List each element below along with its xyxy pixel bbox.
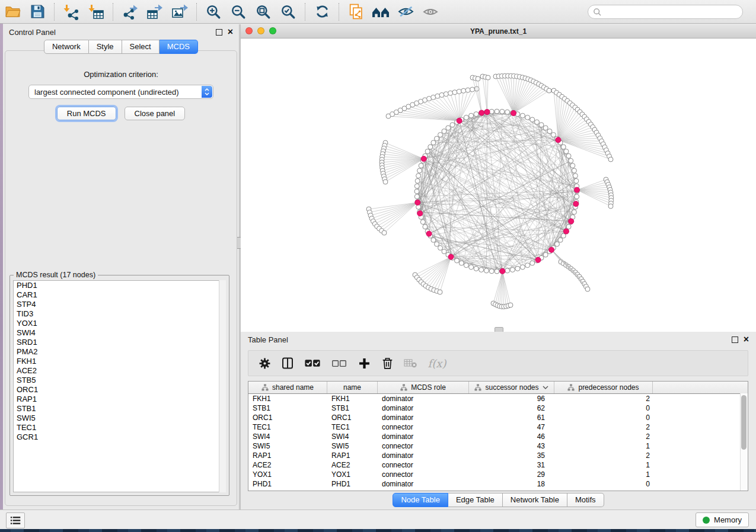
ring-node[interactable] <box>495 109 499 114</box>
leaf-node[interactable] <box>608 157 613 162</box>
dominator-node[interactable] <box>448 254 454 259</box>
export-network-button[interactable] <box>119 2 141 21</box>
table-row[interactable]: PHD1PHD1dominator180 <box>248 479 748 489</box>
table-mode-button[interactable] <box>256 354 273 372</box>
mcds-result-item[interactable]: PHD1 <box>14 281 218 290</box>
ring-node[interactable] <box>489 269 494 274</box>
import-network-button[interactable] <box>60 2 82 21</box>
leaf-node[interactable] <box>383 180 388 184</box>
network-canvas[interactable] <box>241 39 756 332</box>
mcds-result-item[interactable]: RAP1 <box>14 395 218 404</box>
tab-motifs[interactable]: Motifs <box>567 493 604 507</box>
mcds-result-item[interactable]: YOX1 <box>14 319 218 328</box>
tab-network-table[interactable]: Network Table <box>503 493 567 507</box>
select-all-button[interactable] <box>302 354 323 372</box>
leaf-node[interactable] <box>452 90 457 95</box>
ring-node[interactable] <box>479 267 484 272</box>
ring-node[interactable] <box>561 145 566 149</box>
task-history-button[interactable] <box>6 512 25 528</box>
duplicate-network-button[interactable] <box>345 2 366 21</box>
ring-node[interactable] <box>414 189 419 194</box>
mcds-list-scrollbar[interactable] <box>219 280 226 492</box>
table-row[interactable]: ACE2ACE2connector311 <box>248 460 748 470</box>
dominator-node[interactable] <box>479 110 484 116</box>
hide-selected-button[interactable] <box>395 2 416 21</box>
mcds-result-item[interactable]: ORC1 <box>14 385 218 395</box>
mcds-result-item[interactable]: SRD1 <box>14 338 218 347</box>
ring-node[interactable] <box>558 238 563 242</box>
ring-node[interactable] <box>442 249 446 254</box>
ring-node[interactable] <box>525 115 530 120</box>
ring-node[interactable] <box>425 149 430 154</box>
mcds-result-item[interactable]: ACE2 <box>14 366 218 376</box>
dominator-node[interactable] <box>484 109 490 114</box>
ring-node[interactable] <box>572 210 576 214</box>
close-panel-icon[interactable]: × <box>228 29 233 35</box>
leaf-node[interactable] <box>461 88 466 93</box>
tab-style[interactable]: Style <box>89 40 122 54</box>
leaf-node[interactable] <box>547 88 551 93</box>
search-input[interactable] <box>588 5 743 19</box>
mcds-result-list[interactable]: PHD1CAR1STP4TID3YOX1SWI4SRD1PMA2FKH1ACE2… <box>13 280 226 492</box>
tab-select[interactable]: Select <box>122 40 160 54</box>
zoom-selected-button[interactable] <box>277 2 299 21</box>
leaf-node[interactable] <box>470 87 475 92</box>
column-header-mcds-role[interactable]: MCDS role <box>378 382 469 393</box>
mcds-result-item[interactable]: TID3 <box>14 309 218 319</box>
import-table-button[interactable] <box>85 2 107 21</box>
mcds-result-item[interactable]: STP4 <box>14 300 218 309</box>
close-window-traffic-light[interactable] <box>245 27 253 34</box>
ring-node[interactable] <box>572 168 576 173</box>
maximize-window-traffic-light[interactable] <box>269 27 276 34</box>
ring-node[interactable] <box>569 158 573 163</box>
zoom-fit-button[interactable] <box>253 2 274 21</box>
column-header-name[interactable]: name <box>327 382 378 393</box>
ring-node[interactable] <box>414 194 419 199</box>
mcds-result-item[interactable]: CAR1 <box>14 290 218 300</box>
dominator-node[interactable] <box>511 110 516 116</box>
table-row[interactable]: TEC1TEC1connector472 <box>248 422 748 432</box>
ring-node[interactable] <box>543 126 548 130</box>
memory-button[interactable]: Memory <box>696 512 749 527</box>
ring-node[interactable] <box>520 113 525 118</box>
ring-node[interactable] <box>435 136 439 141</box>
table-row[interactable]: ORC1ORC1dominator610 <box>248 413 748 422</box>
ring-node[interactable] <box>575 194 579 199</box>
ring-node[interactable] <box>438 245 443 250</box>
column-header-successor-nodes[interactable]: successor nodes <box>469 382 554 393</box>
dominator-node[interactable] <box>569 219 574 224</box>
float-table-panel-icon[interactable] <box>732 336 738 343</box>
ring-node[interactable] <box>543 252 548 257</box>
ring-node[interactable] <box>420 220 425 225</box>
ring-node[interactable] <box>530 261 535 265</box>
ring-node[interactable] <box>500 109 505 114</box>
dominator-node[interactable] <box>421 156 426 161</box>
ring-node[interactable] <box>484 268 489 273</box>
close-table-panel-icon[interactable]: × <box>744 336 749 342</box>
ring-node[interactable] <box>423 225 428 229</box>
dominator-node[interactable] <box>556 137 561 143</box>
ring-node[interactable] <box>469 265 474 270</box>
ring-node[interactable] <box>415 178 420 183</box>
leaf-node[interactable] <box>382 230 387 235</box>
ring-node[interactable] <box>554 242 559 246</box>
delete-table-button[interactable] <box>401 354 419 372</box>
ring-node[interactable] <box>564 149 569 154</box>
mcds-result-item[interactable]: STB1 <box>14 404 218 414</box>
ring-node[interactable] <box>419 164 423 168</box>
leaf-node[interactable] <box>508 303 513 307</box>
float-panel-icon[interactable] <box>216 29 222 36</box>
function-builder-button[interactable]: f(x) <box>425 354 449 372</box>
dominator-node[interactable] <box>548 247 554 252</box>
ring-node[interactable] <box>570 164 575 168</box>
ring-node[interactable] <box>414 184 419 188</box>
leaf-node[interactable] <box>608 204 613 209</box>
table-scrollbar[interactable] <box>740 393 748 491</box>
ring-node[interactable] <box>510 267 515 272</box>
dominator-node[interactable] <box>535 257 541 262</box>
ring-node[interactable] <box>495 269 499 274</box>
ring-node[interactable] <box>535 120 540 124</box>
add-column-button[interactable] <box>355 354 373 372</box>
ring-node[interactable] <box>561 233 566 238</box>
ring-node[interactable] <box>547 129 552 134</box>
